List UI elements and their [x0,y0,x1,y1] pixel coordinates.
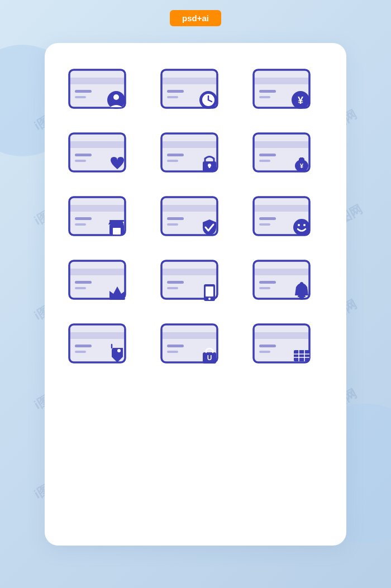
icon-card-smile[interactable] [246,193,330,243]
svg-rect-45 [109,220,124,222]
svg-rect-63 [161,269,217,275]
svg-rect-72 [259,287,270,289]
svg-rect-40 [69,205,125,212]
svg-rect-15 [254,78,309,84]
svg-rect-47 [161,205,217,212]
icon-card-bag[interactable]: U [154,320,237,370]
icon-card-clock[interactable] [154,65,237,116]
svg-rect-2 [75,90,92,93]
svg-rect-36 [299,158,304,162]
svg-point-80 [117,349,121,352]
svg-rect-64 [167,281,184,284]
svg-rect-67 [206,286,213,297]
svg-rect-21 [69,141,125,148]
icon-card-shop[interactable] [61,193,145,243]
svg-rect-23 [75,160,86,162]
svg-rect-48 [167,217,184,220]
svg-point-55 [298,224,300,226]
icon-card-shield[interactable] [154,193,237,243]
svg-rect-65 [167,287,178,289]
icon-card-lock[interactable] [154,129,237,179]
icon-card-crown[interactable] [61,256,145,307]
svg-rect-71 [259,281,276,284]
icon-card-grid[interactable] [246,320,330,370]
svg-rect-90 [259,345,276,347]
svg-rect-51 [254,205,309,212]
icon-card-money-bag[interactable]: ¥ [246,129,330,179]
icon-card-person[interactable] [61,65,145,116]
svg-point-54 [293,219,310,236]
svg-rect-34 [259,160,270,162]
svg-rect-30 [208,165,210,168]
svg-rect-7 [161,78,217,84]
svg-rect-79 [75,351,86,353]
svg-point-74 [299,297,304,300]
svg-rect-32 [254,141,309,148]
icon-card-heart[interactable] [61,129,145,179]
svg-text:¥: ¥ [298,95,303,106]
svg-rect-59 [75,281,92,284]
svg-rect-33 [259,154,276,156]
svg-point-68 [208,298,211,300]
svg-rect-58 [69,269,125,275]
svg-point-75 [300,282,303,285]
svg-rect-42 [75,223,86,226]
svg-rect-78 [75,345,92,347]
svg-rect-41 [75,217,92,220]
svg-rect-70 [254,269,309,275]
svg-rect-89 [254,332,309,339]
svg-rect-1 [69,78,125,84]
svg-point-5 [113,94,119,100]
main-card: ¥ [45,43,346,546]
svg-rect-44 [113,228,121,235]
svg-rect-52 [259,217,276,220]
icon-card-bell[interactable] [246,256,330,307]
svg-rect-92 [294,350,309,361]
svg-text:¥: ¥ [300,162,304,169]
svg-rect-22 [75,154,92,156]
svg-rect-25 [161,141,217,148]
svg-rect-3 [75,96,86,98]
svg-text:U: U [207,354,212,362]
icon-grid: ¥ [61,65,330,370]
svg-rect-83 [161,332,217,339]
svg-rect-85 [167,351,178,353]
svg-rect-27 [167,160,178,162]
svg-rect-49 [167,223,178,226]
svg-rect-61 [109,298,125,300]
svg-rect-60 [75,287,86,289]
svg-rect-17 [259,96,270,98]
badge-label: psd+ai [182,13,209,23]
svg-rect-16 [259,90,276,93]
svg-rect-26 [167,154,184,156]
svg-rect-84 [167,345,184,347]
format-badge: psd+ai [170,10,221,26]
icon-card-tag[interactable] [61,320,145,370]
svg-rect-91 [259,351,270,353]
icon-card-phone[interactable] [154,256,237,307]
svg-rect-77 [69,332,125,339]
svg-rect-8 [167,90,184,93]
svg-rect-9 [167,96,178,98]
icon-card-yen-circle[interactable]: ¥ [246,65,330,116]
svg-rect-53 [259,223,270,226]
svg-point-56 [303,224,306,226]
